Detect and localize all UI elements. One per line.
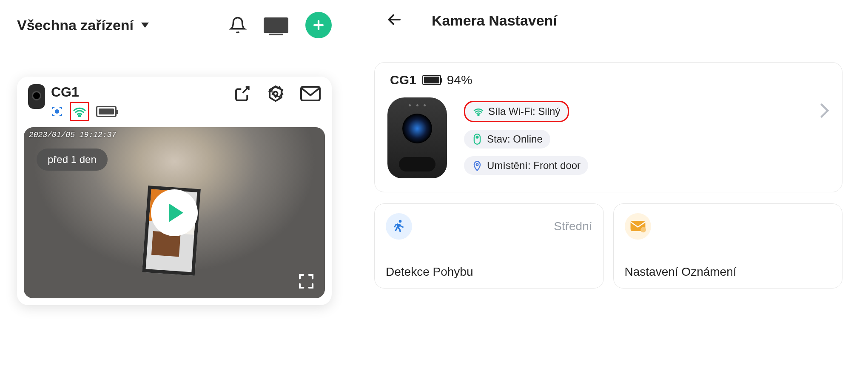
external-link-icon (233, 85, 251, 103)
notification-icon (625, 213, 651, 240)
notifications-button[interactable] (229, 15, 247, 35)
wifi-status-text: Síla Wi-Fi: Silný (488, 106, 560, 117)
device-card: CG1 (17, 77, 332, 305)
battery-percent: 94% (447, 73, 472, 87)
last-seen-badge: před 1 den (37, 149, 108, 171)
focus-icon (51, 106, 63, 117)
device-more-button[interactable] (820, 103, 829, 120)
chevron-right-icon (820, 103, 829, 118)
plus-icon (311, 18, 326, 32)
bell-icon (229, 15, 247, 35)
svg-point-1 (79, 115, 80, 117)
online-status-text: Stav: Online (487, 133, 543, 145)
device-info-name: CG1 (390, 73, 416, 87)
notification-label: Nastavení Oznámení (625, 265, 831, 279)
devices-dropdown-label: Všechna zařízení (17, 17, 134, 34)
fullscreen-button[interactable] (298, 273, 315, 290)
wifi-icon (473, 107, 484, 116)
svg-marker-2 (270, 86, 282, 101)
camera-image (387, 97, 447, 178)
preview-timestamp: 2023/01/05 19:12:37 (29, 131, 116, 139)
status-icon (472, 134, 483, 145)
motion-icon (386, 213, 412, 240)
wifi-icon (73, 106, 86, 117)
svg-point-3 (273, 91, 277, 95)
motion-status: Střední (554, 220, 592, 233)
settings-icon (266, 84, 285, 103)
mail-icon (300, 86, 321, 102)
location-text: Umístění: Front door (487, 160, 581, 171)
display-button[interactable] (264, 17, 288, 33)
motion-label: Detekce Pohybu (386, 265, 592, 279)
fullscreen-icon (298, 273, 315, 290)
svg-rect-4 (301, 87, 320, 100)
arrow-left-icon (385, 12, 404, 27)
battery-icon (96, 106, 117, 117)
location-icon (472, 160, 483, 171)
svg-point-7 (476, 136, 478, 138)
svg-point-0 (56, 110, 59, 113)
svg-point-11 (640, 227, 646, 233)
chevron-down-icon (141, 23, 149, 28)
share-button[interactable] (233, 85, 251, 103)
svg-point-9 (399, 220, 402, 223)
device-info-card: CG1 94% Síla Wi-Fi: Silný (374, 62, 842, 192)
svg-point-5 (478, 114, 479, 116)
camera-icon (28, 84, 45, 109)
devices-dropdown[interactable]: Všechna zařízení (17, 17, 149, 34)
location-chip: Umístění: Front door (464, 156, 588, 175)
svg-point-8 (476, 163, 478, 166)
wifi-strength-highlighted (70, 102, 89, 121)
device-name: CG1 (51, 84, 117, 100)
wifi-status-chip[interactable]: Síla Wi-Fi: Silný (464, 101, 569, 122)
motion-detection-tile[interactable]: Střední Detekce Pohybu (374, 203, 604, 289)
play-button[interactable] (151, 189, 198, 236)
battery-icon (422, 75, 441, 85)
back-button[interactable] (385, 12, 404, 29)
live-preview[interactable]: 2023/01/05 19:12:37 před 1 den (24, 127, 325, 298)
play-icon (169, 203, 183, 222)
svg-rect-6 (474, 134, 480, 144)
notification-settings-tile[interactable]: Nastavení Oznámení (613, 203, 843, 289)
settings-button[interactable] (266, 84, 285, 103)
online-status-chip: Stav: Online (464, 130, 550, 149)
add-device-button[interactable] (305, 12, 332, 38)
page-title: Kamera Nastavení (432, 12, 557, 29)
messages-button[interactable] (300, 86, 321, 102)
